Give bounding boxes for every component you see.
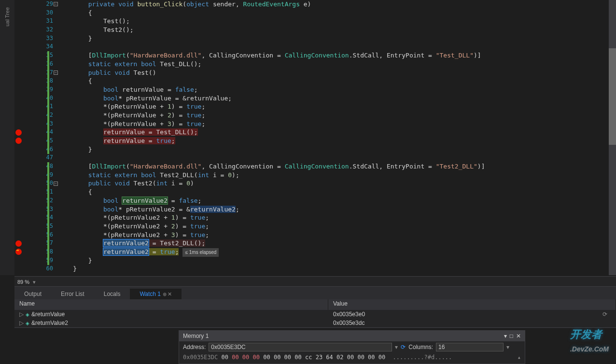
variable-icon: ◈ (26, 312, 29, 317)
code-line[interactable]: { (58, 188, 609, 196)
breakpoint-icon[interactable] (15, 240, 22, 247)
code-line[interactable]: bool* pReturnValue = &returnValue; (58, 94, 609, 103)
code-line[interactable]: returnValue2 = Test2_DLL(); (58, 239, 609, 248)
address-input[interactable] (209, 343, 392, 351)
memory-content[interactable]: 0x0035E3DC 00 00 00 00 00 00 00 00 cc 23… (179, 353, 525, 362)
breakpoint-icon[interactable] (15, 129, 22, 136)
code-line[interactable]: *(pReturnValue2 + 2) = true; (58, 222, 609, 231)
code-line[interactable]: bool returnValue2 = false; (58, 196, 609, 205)
expander-icon[interactable]: ▷ (19, 311, 24, 318)
execution-pointer-icon[interactable] (15, 249, 22, 255)
code-line[interactable] (58, 154, 609, 162)
bottom-tabs: OutputError ListLocalsWatch 1⊕✕ (14, 287, 616, 299)
memory-byte[interactable]: 00 (228, 354, 239, 361)
memory-toolbar: Address: ▾ ⟳ Columns: ▾ (179, 341, 525, 353)
fold-toggle-icon[interactable] (54, 2, 58, 6)
pin-icon[interactable]: ⊕ (163, 292, 167, 297)
code-line[interactable]: *(pReturnValue + 1) = true; (58, 102, 609, 111)
line-number: 30 (39, 9, 58, 17)
side-panel-label[interactable]: ual Tree (4, 7, 10, 27)
watch-row[interactable]: ▷◈&returnValue20x0035e3dc (14, 319, 616, 327)
line-number: 33 (39, 34, 58, 43)
code-line[interactable]: returnValue = Test_DLL(); (58, 128, 609, 137)
code-line[interactable]: { (58, 9, 609, 17)
code-line[interactable]: bool returnValue = false; (58, 85, 609, 94)
memory-byte[interactable]: 00 (364, 354, 375, 361)
memory-byte[interactable]: 00 (280, 354, 291, 361)
memory-byte[interactable]: 64 (322, 354, 333, 361)
code-line[interactable]: [DllImport("HardwareBoard.dll", CallingC… (58, 51, 609, 60)
vertical-scrollbar[interactable] (609, 0, 616, 275)
code-line[interactable]: } (58, 256, 609, 265)
code-line[interactable]: Test(); (58, 17, 609, 26)
expander-icon[interactable]: ▷ (19, 320, 24, 326)
code-line[interactable]: } (58, 34, 609, 43)
code-line[interactable]: *(pReturnValue + 3) = true; (58, 120, 609, 128)
memory-byte[interactable]: 00 (221, 354, 228, 361)
code-line[interactable]: *(pReturnValue2 + 3) = true; (58, 231, 609, 239)
tab-watch-1[interactable]: Watch 1⊕✕ (130, 289, 182, 299)
watch-col-value[interactable]: Value (328, 299, 616, 310)
memory-byte[interactable]: 00 (260, 354, 270, 361)
close-icon[interactable]: ✕ (516, 331, 521, 341)
address-label: Address: (183, 341, 206, 353)
maximize-icon[interactable]: □ (510, 331, 513, 341)
memory-byte[interactable]: 00 (291, 354, 302, 361)
columns-input[interactable] (436, 343, 504, 351)
scrollbar-thumb[interactable] (609, 48, 616, 145)
fold-toggle-icon[interactable] (54, 182, 58, 186)
code-line[interactable] (58, 42, 609, 51)
watch-row[interactable]: ▷◈&returnValue0x0035e3e0⟳ (14, 310, 616, 319)
elapsed-hint: ≤ 1ms elapsed (182, 248, 219, 257)
breakpoint-icon[interactable] (15, 138, 22, 144)
memory-byte[interactable]: 23 (312, 354, 322, 361)
code-area[interactable]: private void button_Click(object sender,… (58, 0, 609, 275)
dropdown-icon[interactable]: ▾ (504, 331, 507, 341)
code-line[interactable]: static extern bool Test_DLL(); (58, 60, 609, 69)
memory-byte[interactable]: 00 (354, 354, 364, 361)
watch-header: Name Value (14, 299, 616, 310)
memory-byte[interactable]: 00 (375, 354, 386, 361)
code-line[interactable]: public void Test() (58, 69, 609, 77)
code-line[interactable]: } (58, 265, 609, 273)
memory-byte[interactable]: 00 (249, 354, 260, 361)
code-line[interactable]: { (58, 77, 609, 85)
code-line[interactable]: returnValue2 = true;≤ 1ms elapsed (58, 248, 609, 256)
line-number: 31 (39, 17, 58, 26)
code-editor[interactable]: 2930313233343536373839404142434445464748… (14, 0, 616, 275)
code-line[interactable]: *(pReturnValue2 + 1) = true; (58, 213, 609, 222)
code-line[interactable]: returnValue = true; (58, 137, 609, 145)
modified-indicator (47, 162, 49, 265)
address-dropdown-icon[interactable]: ▾ (395, 341, 398, 353)
side-panel: ual Tree (0, 0, 14, 275)
memory-byte[interactable]: 00 (344, 354, 354, 361)
line-number: 60 (39, 265, 58, 273)
watch-col-name[interactable]: Name (14, 299, 328, 310)
memory-byte[interactable]: cc (302, 354, 312, 361)
code-line[interactable]: private void button_Click(object sender,… (58, 0, 609, 9)
zoom-dropdown-icon[interactable]: ▾ (33, 279, 36, 285)
code-line[interactable]: public void Test2(int i = 0) (58, 179, 609, 188)
memory-byte[interactable]: 00 (239, 354, 250, 361)
code-line[interactable]: *(pReturnValue + 2) = true; (58, 111, 609, 120)
memory-title: Memory 1 (183, 331, 209, 341)
refresh-icon[interactable]: ⟳ (602, 310, 607, 319)
refresh-icon[interactable]: ⟳ (401, 341, 406, 353)
tab-locals[interactable]: Locals (94, 289, 130, 299)
tab-output[interactable]: Output (14, 289, 51, 299)
code-line[interactable]: static extern bool Test2_DLL(int i = 0); (58, 171, 609, 180)
columns-label: Columns: (408, 341, 433, 353)
close-icon[interactable]: ✕ (168, 291, 172, 297)
columns-dropdown-icon[interactable]: ▾ (506, 341, 509, 353)
zoom-value[interactable]: 89 % (17, 279, 29, 285)
memory-title-bar: Memory 1 ▾ □ ✕ (179, 331, 525, 341)
code-line[interactable]: } (58, 145, 609, 154)
tab-error-list[interactable]: Error List (51, 289, 94, 299)
code-line[interactable]: [DllImport("HardwareBoard.dll", CallingC… (58, 162, 609, 171)
memory-scrollbar[interactable]: ▴ (518, 354, 521, 361)
code-line[interactable]: Test2(); (58, 26, 609, 34)
fold-toggle-icon[interactable] (54, 70, 58, 75)
memory-byte[interactable]: 00 (270, 354, 281, 361)
code-line[interactable]: bool* pReturnValue2 = &returnValue2; (58, 205, 609, 214)
memory-byte[interactable]: 02 (333, 354, 344, 361)
